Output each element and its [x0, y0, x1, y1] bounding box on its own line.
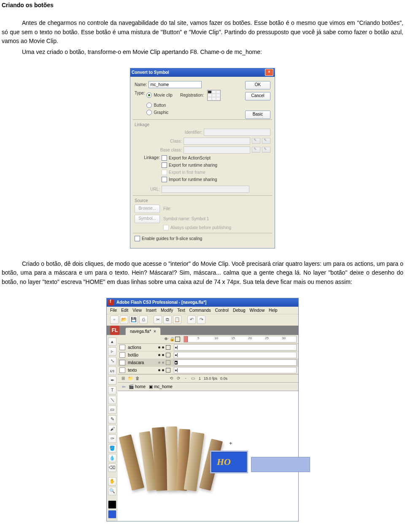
brush-tool-icon[interactable]: 🖌 — [108, 425, 116, 433]
dialog-titlebar[interactable]: Convert to Symbol × — [130, 68, 275, 77]
home-button-shape[interactable]: HO — [211, 452, 247, 472]
menu-insert[interactable]: Insert — [146, 308, 157, 313]
menu-text[interactable]: Text — [177, 308, 185, 313]
rect-tool-icon[interactable]: ▭ — [108, 405, 116, 414]
line-tool-icon[interactable]: ＼ — [108, 396, 116, 404]
scene-crumb[interactable]: 🎬home — [129, 384, 146, 389]
close-tab-icon[interactable]: × — [154, 329, 156, 334]
timeline-ruler[interactable]: 5 10 15 20 25 30 35 — [184, 336, 297, 343]
cut-icon[interactable]: ✂ — [154, 316, 162, 324]
browse-button: Browse... — [135, 205, 160, 213]
free-transform-tool-icon[interactable]: ⤡ — [108, 357, 116, 365]
clip-crumb[interactable]: ▣mc_home — [149, 384, 173, 389]
onion-icon[interactable]: ◦ — [183, 375, 189, 381]
dropper-tool-icon[interactable]: 💧 — [108, 454, 116, 462]
stroke-color-icon[interactable] — [108, 500, 116, 509]
playhead-icon[interactable] — [184, 336, 188, 342]
registration-cross-icon: + — [229, 440, 232, 446]
linkage-section: Linkage — [135, 122, 270, 127]
zoom-tool-icon[interactable]: 🔍 — [108, 487, 116, 495]
identifier-input — [204, 129, 270, 136]
pencil-icon — [262, 138, 270, 144]
menu-bar[interactable]: File Edit View Insert Modify Text Comman… — [107, 307, 298, 314]
paste-icon[interactable]: 📋 — [173, 316, 181, 324]
registration-grid[interactable] — [207, 90, 221, 101]
back-icon[interactable]: ⇦ — [122, 384, 125, 389]
layer-botao[interactable]: botão — [118, 351, 298, 359]
tools-panel[interactable]: ▴ ▹ ⤡ ᔕ ✒ T ＼ ▭ ✎ 🖌 ✑ 🪣 💧 ⌫ ✋ 🔍 — [107, 335, 118, 521]
outline-icon[interactable] — [175, 337, 180, 342]
add-folder-icon[interactable]: 📁 — [127, 375, 133, 381]
eye-icon[interactable]: 👁 — [163, 336, 169, 342]
add-layer-icon[interactable]: ⊞ — [120, 375, 126, 381]
dialog-title: Convert to Symbol — [132, 70, 169, 75]
layer-texto[interactable]: texto — [118, 367, 298, 374]
hand-tool-icon[interactable]: ✋ — [108, 477, 116, 486]
new-icon[interactable]: ▫ — [110, 316, 119, 324]
save-icon[interactable]: 💾 — [130, 316, 138, 324]
cancel-button[interactable]: Cancel — [245, 92, 270, 100]
identifier-label: Identifier: — [177, 130, 202, 135]
eraser-tool-icon[interactable]: ⌫ — [108, 464, 116, 472]
copy-icon[interactable]: ⧉ — [163, 316, 172, 324]
chk-enable-guides[interactable] — [135, 236, 140, 241]
selection-tool-icon[interactable]: ▴ — [108, 338, 116, 346]
file-label: File: — [163, 206, 171, 211]
class-input — [184, 138, 250, 145]
chk-export-actionscript[interactable] — [162, 155, 167, 161]
layer-actions[interactable]: actions — [118, 344, 298, 351]
radio-button[interactable] — [146, 103, 152, 108]
time-label: 0.0s — [220, 376, 227, 381]
name-input[interactable] — [148, 81, 202, 88]
pencil-tool-icon[interactable]: ✎ — [108, 415, 116, 424]
class-label: Class: — [157, 139, 182, 143]
chk-import-runtime[interactable] — [162, 177, 167, 182]
chk-export-runtime[interactable] — [162, 162, 167, 168]
onion-icon[interactable]: ⟳ — [176, 375, 181, 381]
menu-debug[interactable]: Debug — [233, 308, 245, 313]
layer-mascara[interactable]: máscara — [118, 359, 298, 367]
bucket-tool-icon[interactable]: 🪣 — [108, 444, 116, 453]
pencil-icon — [252, 147, 260, 153]
lock-icon[interactable]: 🔒 — [169, 336, 175, 342]
text-tool-icon[interactable]: T — [108, 386, 116, 394]
radio-movie-clip[interactable] — [146, 92, 152, 98]
menu-edit[interactable]: Edit — [121, 308, 128, 313]
fill-color-icon[interactable] — [108, 510, 116, 518]
undo-icon[interactable]: ↶ — [187, 316, 196, 324]
edit-bar[interactable]: ⇦ 🎬home ▣mc_home — [118, 382, 298, 391]
basic-button[interactable]: Basic — [245, 111, 270, 119]
flash-titlebar[interactable]: Adobe Flash CS3 Professional - [navega.f… — [107, 298, 298, 307]
radio-graphic[interactable] — [146, 110, 152, 115]
lasso-tool-icon[interactable]: ᔕ — [108, 367, 116, 375]
ink-tool-icon[interactable]: ✑ — [108, 435, 116, 443]
books-illustration — [132, 420, 225, 491]
chk-always-update — [163, 225, 169, 230]
paragraph-1: Antes de chegarmos no controle da navega… — [2, 19, 403, 46]
onion-icon[interactable]: ⟲ — [168, 375, 174, 381]
stage[interactable]: + HO — [118, 391, 298, 521]
timeline-header: 👁 🔒 5 10 15 20 25 30 35 — [118, 335, 298, 344]
onion-icon[interactable]: ▭ — [190, 375, 196, 381]
registration-label: Registration: — [180, 93, 204, 97]
menu-view[interactable]: View — [132, 308, 142, 313]
close-icon[interactable]: × — [265, 69, 273, 76]
redo-icon[interactable]: ↷ — [197, 316, 205, 324]
menu-control[interactable]: Control — [215, 308, 229, 313]
pen-tool-icon[interactable]: ✒ — [108, 376, 116, 385]
open-icon[interactable]: 📂 — [120, 316, 128, 324]
subselect-tool-icon[interactable]: ▹ — [108, 347, 116, 356]
menu-commands[interactable]: Commands — [189, 308, 211, 313]
main-toolbar[interactable]: ▫ 📂 💾 ⎙ ✂ ⧉ 📋 ↶ ↷ — [107, 314, 298, 326]
menu-help[interactable]: Help — [269, 308, 278, 313]
button-edge — [251, 457, 310, 472]
menu-modify[interactable]: Modify — [161, 308, 173, 313]
type-label: Type: — [135, 91, 145, 95]
print-icon[interactable]: ⎙ — [139, 316, 148, 324]
ok-button[interactable]: OK — [245, 81, 270, 89]
delete-layer-icon[interactable]: 🗑 — [135, 375, 140, 381]
doc-tab-row: FL navega.fla*× — [107, 326, 298, 335]
document-tab[interactable]: navega.fla*× — [125, 327, 161, 335]
menu-file[interactable]: File — [110, 308, 117, 313]
menu-window[interactable]: Window — [250, 308, 265, 313]
